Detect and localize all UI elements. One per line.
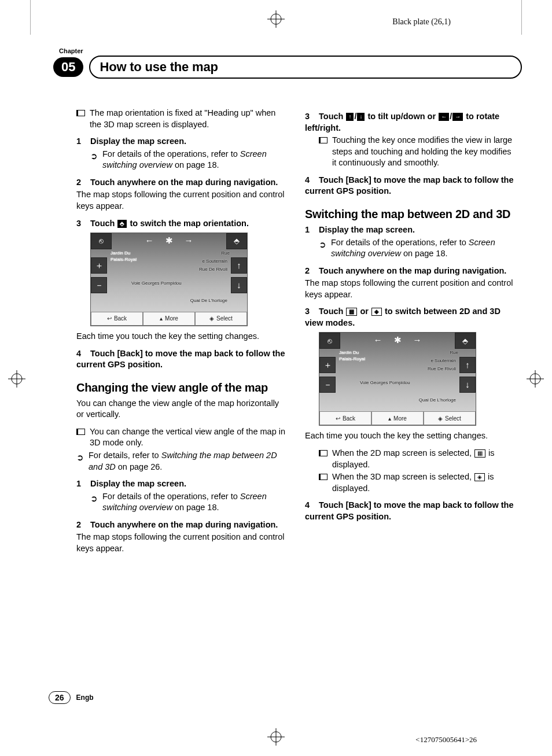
map-screenshot: ⎋ ←✱→ ⬘ ＋ － ↑ ↓ Jardin DuPalais-Royal Ru… xyxy=(90,233,248,326)
select-button: ◈Select xyxy=(424,411,476,425)
reference-arrow-icon: ➲ xyxy=(76,452,84,463)
list-item: ➲For details, refer to Switching the map… xyxy=(76,450,288,473)
zoom-in-icon: ＋ xyxy=(319,357,336,373)
map-top-arrows: ←✱→ xyxy=(340,333,455,348)
columns: The map orientation is fixed at "Heading… xyxy=(30,108,522,560)
page: Black plate (26,1) Chapter 05 How to use… xyxy=(0,0,552,756)
registration-mark-icon xyxy=(267,10,285,28)
reference-arrow-icon: ➲ xyxy=(90,150,98,162)
map-top-right-icon: ⬘ xyxy=(455,333,476,349)
step-heading: 4Touch [Back] to move the map back to fo… xyxy=(305,175,516,197)
step-heading: 3Touch ⬘ to switch the map orientation. xyxy=(76,218,288,230)
compass-icon: ⬘ xyxy=(117,220,127,228)
tilt-up-icon: ↑ xyxy=(459,357,476,373)
bullet-icon xyxy=(76,429,85,435)
footer: 26 Engb xyxy=(49,691,94,704)
registration-mark-icon xyxy=(8,370,25,388)
back-button: ↩Back xyxy=(91,312,143,326)
tilt-down-icon: ↓ xyxy=(459,377,476,393)
section-heading: Changing the view angle of the map xyxy=(76,381,288,394)
reference-arrow-icon: ➲ xyxy=(90,493,98,504)
black-plate-label: Black plate (26,1) xyxy=(392,17,451,27)
reference-arrow-icon: ➲ xyxy=(319,239,326,250)
list-item: ➲For details of the operations, refer to… xyxy=(90,149,288,171)
section-heading: Switching the map between 2D and 3D xyxy=(305,208,516,221)
bullet-icon xyxy=(319,137,327,143)
bullet-icon xyxy=(319,474,327,480)
language-code: Engb xyxy=(76,694,94,702)
chapter-title: How to use the map xyxy=(89,56,522,79)
more-button: ▴More xyxy=(371,411,424,425)
tilt-up-icon: ↑ xyxy=(231,257,247,274)
step-heading: 3Touch ▦ or ◈ to switch between 2D and 3… xyxy=(305,306,516,329)
section-intro: You can change the view angle of the map… xyxy=(76,398,288,421)
list-item: When the 3D map screen is selected, ◈ is… xyxy=(319,471,516,494)
print-id: <127075005641>26 xyxy=(415,735,477,744)
registration-mark-icon xyxy=(267,728,285,746)
arrow-right-icon: → xyxy=(452,113,463,121)
bullet-icon xyxy=(76,110,85,116)
left-column: The map orientation is fixed at "Heading… xyxy=(76,108,288,560)
list-item: ➲For details of the operations, refer to… xyxy=(319,237,516,260)
crop-line xyxy=(30,0,31,35)
list-item: The map orientation is fixed at "Heading… xyxy=(76,108,288,130)
zoom-out-icon: － xyxy=(91,277,107,293)
list-item: Touching the key once modifies the view … xyxy=(319,135,516,169)
arrow-up-icon: ↑ xyxy=(346,113,354,121)
view-3d-icon: ◈ xyxy=(371,308,382,316)
crop-line xyxy=(521,0,522,35)
arrow-left-icon: ← xyxy=(439,113,449,121)
map-top-right-icon: ⬘ xyxy=(226,233,247,249)
right-column: 3Touch ↑/↓ to tilt up/down or ←/→ to rot… xyxy=(305,108,516,560)
bullet-icon xyxy=(319,450,327,456)
step-heading: 1Display the map screen. xyxy=(76,478,288,490)
map-top-left-icon: ⎋ xyxy=(91,233,112,249)
step-heading: 1Display the map screen. xyxy=(305,224,516,236)
view-2d-icon: ▦ xyxy=(474,449,485,458)
step-heading: 4Touch [Back] to move the map back to fo… xyxy=(305,500,516,522)
caption: Each time you touch the key the setting … xyxy=(76,331,288,342)
page-number: 26 xyxy=(49,691,71,704)
map-screenshot: ⎋ ←✱→ ⬘ ＋ － ↑ ↓ Jardin DuPalais-Royal Ru… xyxy=(319,332,476,426)
map-top-arrows: ←✱→ xyxy=(112,233,226,248)
zoom-in-icon: ＋ xyxy=(91,257,107,274)
chapter-header: 05 How to use the map xyxy=(30,56,522,79)
more-button: ▴More xyxy=(143,312,195,326)
step-heading: 3Touch ↑/↓ to tilt up/down or ←/→ to rot… xyxy=(305,111,516,134)
map-top-left-icon: ⎋ xyxy=(319,333,340,349)
chapter-label: Chapter xyxy=(59,47,522,54)
view-2d-icon: ▦ xyxy=(346,308,357,316)
step-heading: 4Touch [Back] to move the map back to fo… xyxy=(76,348,288,371)
list-item: ➲For details of the operations, refer to… xyxy=(90,491,288,514)
back-button: ↩Back xyxy=(319,411,371,425)
chapter-number-badge: 05 xyxy=(53,57,83,77)
view-3d-icon: ◈ xyxy=(474,473,485,481)
step-body: The map stops following the current posi… xyxy=(305,278,516,300)
step-heading: 2Touch anywhere on the map during naviga… xyxy=(76,177,288,189)
step-heading: 2Touch anywhere on the map during naviga… xyxy=(76,519,288,531)
bullet-text: The map orientation is fixed at "Heading… xyxy=(90,108,288,130)
list-item: When the 2D map screen is selected, ▦ is… xyxy=(319,448,516,470)
tilt-down-icon: ↓ xyxy=(231,277,247,293)
list-item: You can change the vertical view angle o… xyxy=(76,426,288,449)
step-heading: 2Touch anywhere on the map during naviga… xyxy=(305,265,516,277)
ref-text: For details of the operations, refer to … xyxy=(102,149,288,171)
registration-mark-icon xyxy=(527,370,544,388)
step-body: The map stops following the current posi… xyxy=(76,189,288,212)
zoom-out-icon: － xyxy=(319,377,336,393)
step-heading: 1Display the map screen. xyxy=(76,136,288,147)
step-body: The map stops following the current posi… xyxy=(76,532,288,554)
select-button: ◈Select xyxy=(195,312,247,326)
arrow-down-icon: ↓ xyxy=(357,113,365,121)
caption: Each time you touch the key the setting … xyxy=(305,430,516,442)
content: Chapter 05 How to use the map The map or… xyxy=(30,47,522,721)
